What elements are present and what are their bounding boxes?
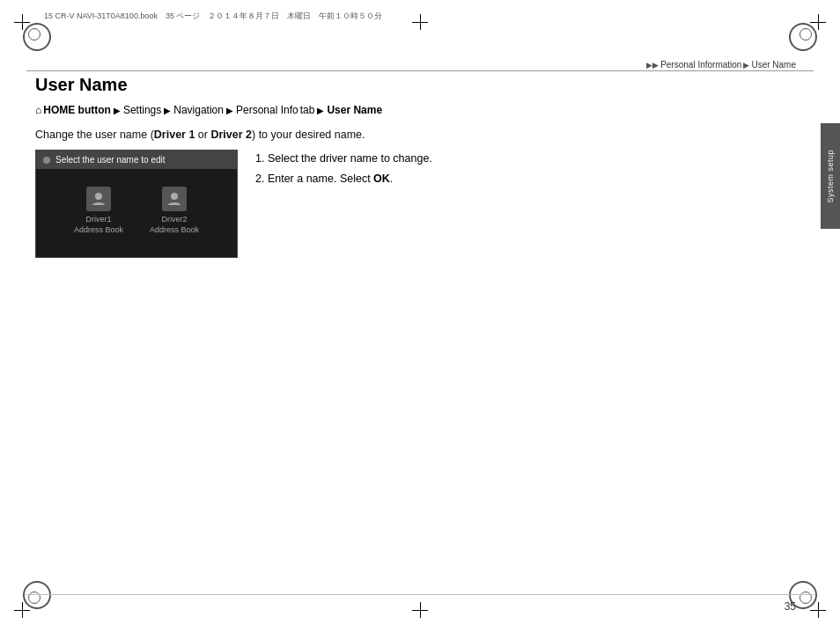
- screen-body: Driver1Address Book Driver2Address Book: [36, 169, 237, 257]
- driver1-text: Driver 1: [154, 129, 195, 141]
- nav-home-button: HOME button: [43, 104, 111, 116]
- nav-navigation: Navigation: [173, 104, 224, 116]
- main-content: User Name ⌂ HOME button ▶ Settings ▶ Nav…: [35, 75, 796, 588]
- print-info: 15 CR-V NAVI-31T0A8100.book 35 ページ ２０１４年…: [44, 11, 382, 22]
- nav-breadcrumb: ⌂ HOME button ▶ Settings ▶ Navigation ▶ …: [35, 104, 796, 116]
- circle-inner-tr: [799, 28, 812, 40]
- instructions: 1. Select the driver name to change. 2. …: [255, 150, 796, 191]
- screen-header: Select the user name to edit: [36, 151, 237, 169]
- svg-point-0: [95, 193, 102, 200]
- breadcrumb-top: ▶▶ Personal Information ▶ User Name: [646, 60, 796, 70]
- nav-arrow-3: ▶: [226, 106, 233, 115]
- screen-header-label: Select the user name to edit: [55, 155, 166, 165]
- nav-user-name: User Name: [327, 104, 382, 116]
- circle-inner-tl: [28, 28, 41, 40]
- screen-bullet-icon: [43, 157, 50, 164]
- nav-arrow-1: ▶: [114, 106, 121, 115]
- top-rule: [26, 70, 814, 71]
- side-tab: System setup: [821, 123, 840, 229]
- arrow-icon: ▶▶: [646, 61, 659, 70]
- side-tab-label: System setup: [826, 150, 835, 203]
- step1-text: 1. Select the driver name to change.: [255, 150, 796, 168]
- ok-label: OK: [373, 173, 390, 185]
- page-number: 35: [785, 600, 796, 613]
- crosshair-top-mid: [412, 14, 428, 30]
- driver2-icon: [162, 187, 187, 211]
- crosshair-bottom-mid: [412, 602, 428, 618]
- step2-text: 2. Enter a name. Select OK.: [255, 170, 796, 188]
- breadcrumb-user-name: User Name: [751, 60, 796, 70]
- home-icon: ⌂: [35, 104, 41, 116]
- nav-tab-text: tab: [300, 104, 315, 116]
- nav-arrow-4: ▶: [317, 106, 324, 115]
- breadcrumb-arrow: ▶: [743, 61, 749, 70]
- nav-personal-info: Personal Info: [236, 104, 298, 116]
- driver2-item[interactable]: Driver2Address Book: [150, 187, 199, 248]
- two-column-layout: Select the user name to edit Driver1Addr…: [35, 150, 796, 258]
- driver2-label: Driver2Address Book: [150, 215, 199, 235]
- driver1-icon: [86, 187, 111, 211]
- driver2-text: Driver 2: [210, 129, 252, 141]
- screen-simulation: Select the user name to edit Driver1Addr…: [35, 150, 238, 258]
- driver2-svg: [166, 191, 182, 207]
- svg-point-1: [171, 193, 178, 200]
- bottom-rule: [26, 594, 814, 595]
- driver1-svg: [91, 191, 107, 207]
- driver1-label: Driver1Address Book: [74, 215, 123, 235]
- nav-settings: Settings: [123, 104, 161, 116]
- driver1-item[interactable]: Driver1Address Book: [74, 187, 123, 248]
- description-text: Change the user name (Driver 1 or Driver…: [35, 129, 796, 141]
- page-title: User Name: [35, 75, 796, 99]
- nav-arrow-2: ▶: [164, 106, 171, 115]
- breadcrumb-personal-info: Personal Information: [660, 60, 741, 70]
